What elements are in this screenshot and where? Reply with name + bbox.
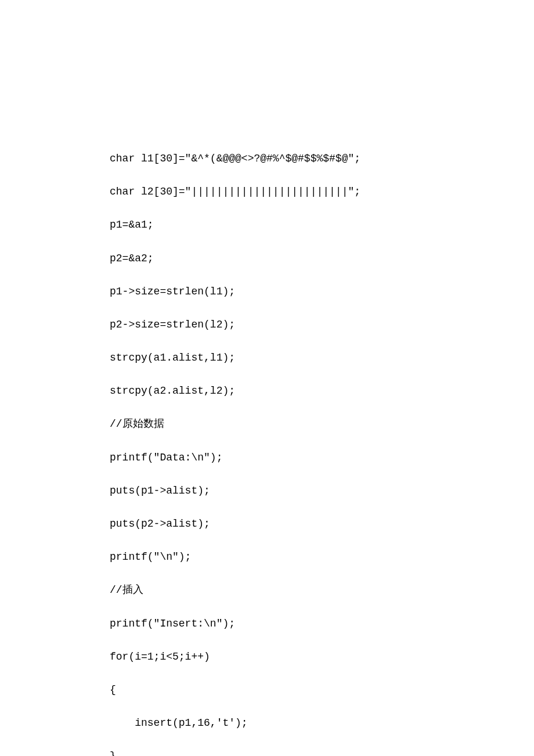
code-line: printf("Data:\n");	[110, 449, 534, 466]
code-line: p2=&a2;	[110, 250, 534, 267]
code-line: {	[110, 682, 534, 699]
code-line: }	[110, 748, 534, 756]
code-line: //插入	[110, 582, 534, 599]
code-line: strcpy(a2.alist,l2);	[110, 383, 534, 399]
code-line: //原始数据	[110, 416, 534, 433]
code-line: p1->size=strlen(l1);	[110, 283, 534, 300]
code-line: char l1[30]="&^*(&@@@<>?@#%^$@#$$%$#$@";	[110, 150, 534, 167]
code-line: puts(p2->alist);	[110, 516, 534, 532]
code-line: p1=&a1;	[110, 217, 534, 233]
code-line: strcpy(a1.alist,l1);	[110, 350, 534, 366]
code-line: insert(p1,16,'t');	[110, 715, 534, 732]
code-line: char l2[30]="|||||||||||||||||||||||||";	[110, 183, 534, 200]
code-line: p2->size=strlen(l2);	[110, 316, 534, 333]
code-line: for(i=1;i<5;i++)	[110, 649, 534, 665]
code-line: printf("Insert:\n");	[110, 615, 534, 632]
code-block: char l1[30]="&^*(&@@@<>?@#%^$@#$$%$#$@";…	[110, 134, 534, 756]
code-line: puts(p1->alist);	[110, 483, 534, 499]
code-line: printf("\n");	[110, 549, 534, 566]
